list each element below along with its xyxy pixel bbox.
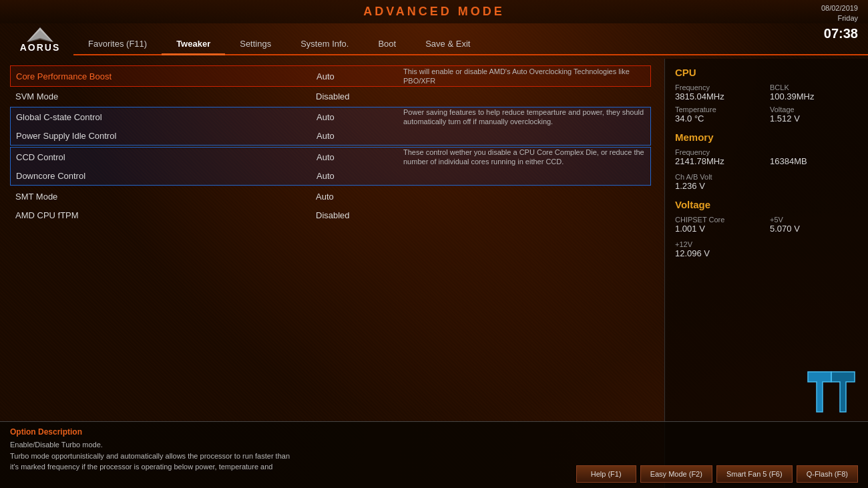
voltage-section-title: Voltage <box>675 199 858 210</box>
setting-row-amd-ftpm[interactable]: AMD CPU fTPM Disabled <box>10 206 651 224</box>
svg-marker-1 <box>28 30 52 42</box>
plus5v-item: +5V 5.070 V <box>770 216 858 234</box>
mem-size-item: 16384MB <box>770 148 858 166</box>
mem-chvolt-value: 1.236 V <box>675 181 858 191</box>
memory-section-title: Memory <box>675 132 858 143</box>
setting-desc-ccd-control: These control wether you disable a CPU C… <box>397 148 645 167</box>
cpu-bclk-label: BCLK <box>770 83 858 91</box>
mem-freq-value: 2141.78MHz <box>675 156 763 166</box>
tab-settings[interactable]: Settings <box>225 33 286 54</box>
chipset-volt-label: CHIPSET Core <box>675 216 763 224</box>
setting-name-amd-ftpm: AMD CPU fTPM <box>15 210 316 220</box>
cpu-temp-label: Temperature <box>675 105 763 113</box>
setting-row-smt-mode[interactable]: SMT Mode Auto <box>10 187 651 206</box>
tab-favorites[interactable]: Favorites (F11) <box>73 33 162 54</box>
setting-value-smt-mode: Auto <box>316 192 396 202</box>
setting-name-svm-mode: SVM Mode <box>15 91 316 101</box>
cpu-temperature-item: Temperature 34.0 °C <box>675 105 763 124</box>
plus12v-item: +12V 12.096 V <box>675 240 858 258</box>
easy-mode-button[interactable]: Easy Mode (F2) <box>640 465 712 483</box>
setting-value-global-cstate: Auto <box>316 112 397 122</box>
cpu-volt-value: 1.512 V <box>770 113 858 124</box>
cpu-volt-label: Voltage <box>770 105 858 113</box>
voltage-stats-grid: CHIPSET Core 1.001 V +5V 5.070 V <box>675 216 858 234</box>
cpu-frequency-item: Frequency 3815.04MHz <box>675 83 763 101</box>
setting-row-ccd-control[interactable]: CCD Control Auto These control wether yo… <box>11 148 650 166</box>
mem-freq-label: Frequency <box>675 148 763 156</box>
setting-value-power-supply-idle: Auto <box>316 131 397 141</box>
tab-saveexit[interactable]: Save & Exit <box>411 33 485 54</box>
cpu-stats-grid: Frequency 3815.04MHz BCLK 100.39MHz Temp… <box>675 83 858 124</box>
option-desc-title: Option Description <box>10 427 858 437</box>
setting-row-global-cstate[interactable]: Global C-state Control Auto Power saving… <box>11 107 650 126</box>
setting-value-downcore-control: Auto <box>316 171 397 181</box>
cpu-bclk-item: BCLK 100.39MHz <box>770 83 858 101</box>
cpu-section-title: CPU <box>675 67 858 78</box>
mem-size-value: 16384MB <box>770 156 858 166</box>
settings-list: Core Performance Boost Auto This will en… <box>10 65 651 224</box>
setting-name-downcore-control: Downcore Control <box>16 171 316 181</box>
tt-logo-icon <box>805 369 858 415</box>
group-ccd-downcore: CCD Control Auto These control wether yo… <box>10 147 651 186</box>
tab-tweaker[interactable]: Tweaker <box>162 33 225 54</box>
svg-marker-3 <box>808 372 831 412</box>
cpu-voltage-item: Voltage 1.512 V <box>770 105 858 124</box>
main-settings-area: Core Performance Boost Auto This will en… <box>0 59 661 421</box>
svg-marker-4 <box>831 372 855 412</box>
date-text: 08/02/2019 Friday <box>821 4 858 22</box>
bottom-bar: Option Description Enable/Disable Turbo … <box>0 421 868 488</box>
plus12v-label: +12V <box>675 240 858 248</box>
chipset-volt-value: 1.001 V <box>675 224 763 234</box>
nav-bar: Favorites (F11) Tweaker Settings System … <box>73 25 868 55</box>
logo-wing-icon <box>27 27 53 42</box>
setting-desc-core-perf-boost: This will enable or disable AMD's Auto O… <box>397 67 645 86</box>
plus5v-value: 5.070 V <box>770 224 858 234</box>
plus5v-label: +5V <box>770 216 858 224</box>
setting-row-downcore-control[interactable]: Downcore Control Auto <box>11 166 650 185</box>
logo: AORUS <box>7 23 73 57</box>
plus12v-value: 12.096 V <box>675 248 858 258</box>
smart-fan-button[interactable]: Smart Fan 5 (F6) <box>716 465 793 483</box>
cpu-temp-value: 34.0 °C <box>675 113 763 124</box>
tab-boot[interactable]: Boot <box>363 33 411 54</box>
setting-name-global-cstate: Global C-state Control <box>16 112 316 122</box>
mem-chvolt-item: Ch A/B Volt 1.236 V <box>675 173 858 191</box>
tab-sysinfo[interactable]: System Info. <box>286 33 363 54</box>
cpu-freq-label: Frequency <box>675 83 763 91</box>
setting-value-core-perf-boost: Auto <box>316 71 397 81</box>
setting-value-svm-mode: Disabled <box>316 91 396 101</box>
memory-stats-grid: Frequency 2141.78MHz 16384MB <box>675 148 858 166</box>
help-button[interactable]: Help (F1) <box>576 465 636 483</box>
mem-size-label <box>770 148 858 156</box>
bottom-buttons: Help (F1) Easy Mode (F2) Smart Fan 5 (F6… <box>576 465 858 483</box>
setting-name-core-perf-boost: Core Performance Boost <box>16 71 316 81</box>
cpu-freq-value: 3815.04MHz <box>675 91 763 101</box>
setting-name-power-supply-idle: Power Supply Idle Control <box>16 131 316 141</box>
page-title: ADVANCED MODE <box>363 5 505 19</box>
setting-name-ccd-control: CCD Control <box>16 152 316 162</box>
qflash-button[interactable]: Q-Flash (F8) <box>797 465 858 483</box>
setting-value-amd-ftpm: Disabled <box>316 210 396 220</box>
setting-desc-global-cstate: Power saving features to help reduce tem… <box>397 107 645 127</box>
tt-logo <box>805 369 858 418</box>
setting-name-smt-mode: SMT Mode <box>15 192 316 202</box>
setting-row-core-perf-boost[interactable]: Core Performance Boost Auto This will en… <box>10 65 651 87</box>
mem-frequency-item: Frequency 2141.78MHz <box>675 148 763 166</box>
setting-row-svm-mode[interactable]: SVM Mode Disabled <box>10 87 651 105</box>
group-cstate-power: Global C-state Control Auto Power saving… <box>10 107 651 146</box>
cpu-bclk-value: 100.39MHz <box>770 91 858 101</box>
header-bar: ADVANCED MODE 08/02/2019 Friday 07:38 <box>0 0 868 23</box>
chipset-voltage-item: CHIPSET Core 1.001 V <box>675 216 763 234</box>
setting-value-ccd-control: Auto <box>316 152 397 162</box>
setting-row-power-supply-idle[interactable]: Power Supply Idle Control Auto <box>11 126 650 145</box>
mem-chvolt-label: Ch A/B Volt <box>675 173 858 181</box>
brand-name: AORUS <box>20 42 61 53</box>
